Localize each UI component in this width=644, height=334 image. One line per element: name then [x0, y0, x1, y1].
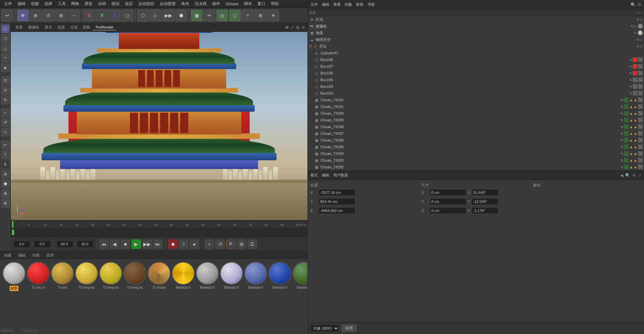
mat-swatch-5[interactable]: [123, 262, 146, 285]
render-active[interactable]: ▷: [150, 9, 162, 21]
mat-swatch-12[interactable]: [293, 262, 307, 285]
obj-row-box195[interactable]: ◻ Box195 ✎: [308, 76, 644, 83]
obj-menu-tag[interactable]: 标签: [356, 2, 363, 7]
mat-swatch-3[interactable]: [75, 262, 98, 285]
chuan286-edit[interactable]: ✎: [621, 138, 623, 142]
move-left[interactable]: ↔: [1, 108, 10, 117]
obj-row-box194[interactable]: ◻ Box194 ✎: [308, 83, 644, 90]
obj-row-box198[interactable]: ◻ Box198 ✎: [308, 56, 644, 63]
menu-mograph[interactable]: 运动图形: [157, 1, 179, 7]
axis-z-btn[interactable]: Z: [109, 9, 121, 21]
chuan291-edit[interactable]: ✎: [621, 105, 623, 109]
chuan287-edit[interactable]: ✎: [621, 132, 623, 135]
tiandan-vis-icon[interactable]: ✓: [640, 45, 643, 48]
frame-start-input[interactable]: [13, 240, 30, 248]
mat-tab-func[interactable]: 功能: [30, 252, 42, 259]
obj-menu-edit[interactable]: 编辑: [322, 2, 329, 7]
obj-menu-bookmark[interactable]: 书签: [367, 2, 375, 7]
attr-h-rot-input[interactable]: [472, 189, 499, 196]
coord-btn[interactable]: ◻: [121, 9, 134, 21]
camera-tool[interactable]: ⊗: [254, 9, 266, 21]
obj-row-box193[interactable]: ◻ Box193 ✎: [308, 90, 644, 97]
mat-item-9[interactable]: Material #: [220, 262, 243, 291]
edge-mode[interactable]: △: [1, 44, 10, 53]
spline-tool[interactable]: ◎: [216, 9, 228, 21]
obj-settings-icon[interactable]: ⚙: [638, 2, 641, 7]
mat-item-3[interactable]: Tt-heng lia: [75, 262, 98, 291]
select-loop[interactable]: ↻: [1, 96, 10, 104]
skip-end-btn[interactable]: ⏭: [153, 239, 162, 249]
paint[interactable]: ⬟: [1, 179, 10, 188]
vp-icon-settings[interactable]: ⚙: [296, 25, 300, 30]
attr-coord-select[interactable]: 对象 (相对): [310, 325, 339, 332]
obj-row-box196[interactable]: ◻ Box196 ✎: [308, 70, 644, 76]
timeline-track[interactable]: [11, 228, 307, 237]
attr-y-pos-input[interactable]: [318, 198, 355, 205]
vp-icon-close[interactable]: ✕: [301, 25, 305, 30]
mat-swatch-8[interactable]: [196, 262, 219, 285]
select-live[interactable]: ⊙: [1, 86, 10, 95]
obj-row-chuan282[interactable]: ▦ Chuan_7#282 ✎ ▲ ▲: [308, 164, 644, 170]
play-back-btn[interactable]: ◀: [110, 239, 119, 249]
select-tool[interactable]: ↔: [68, 9, 80, 21]
obj-menu-file[interactable]: 文件: [310, 2, 318, 7]
poly-draw[interactable]: ⌇: [1, 150, 10, 159]
scale-left[interactable]: ⤡: [1, 128, 10, 136]
undo-btn[interactable]: ↩: [1, 9, 13, 21]
attr-y-size-input[interactable]: [430, 198, 466, 205]
mat-item-1[interactable]: Tt-zhu zi: [27, 262, 50, 291]
menu-plugins[interactable]: 插件: [209, 1, 223, 7]
tiandan-expand-icon[interactable]: ▽: [309, 44, 312, 49]
magnet[interactable]: ⊛: [1, 170, 10, 178]
obj-row-tiandan[interactable]: ▽ ⬡ 天坛 ✎ ✓: [308, 43, 644, 50]
obj-row-chuan291[interactable]: ▦ Chuan_7#291 ✎ ▲ ▲: [308, 103, 644, 110]
camera-vis-icon[interactable]: ✓: [634, 24, 637, 28]
render-all[interactable]: ▶▶: [162, 9, 175, 21]
obj-menu-object[interactable]: 对象: [345, 2, 352, 7]
box197-edit[interactable]: ✎: [629, 65, 632, 68]
attr-apply-btn[interactable]: 应用: [342, 325, 356, 332]
mat-swatch-1[interactable]: [27, 262, 50, 285]
obj-row-chuan286[interactable]: ▦ Chuan_7#286 ✎ ▲ ▲: [308, 137, 644, 144]
chuan290-edit[interactable]: ✎: [621, 112, 623, 115]
attr-expand-icon[interactable]: ⤢: [638, 173, 641, 178]
mat-item-6[interactable]: Tt-chuan: [148, 262, 170, 291]
menu-simulate[interactable]: 模拟: [109, 1, 122, 7]
obj-search-icon[interactable]: 🔍: [631, 2, 636, 7]
attr-z-pos-input[interactable]: [318, 207, 355, 214]
pen-tool[interactable]: ✏: [203, 9, 215, 21]
tab-panel[interactable]: 面板: [80, 24, 93, 31]
mat-swatch-6[interactable]: [148, 262, 170, 285]
attr-search-icon[interactable]: 🔍: [625, 173, 630, 178]
tab-prorender[interactable]: ProRender: [93, 24, 116, 31]
attr-back-icon[interactable]: ◀: [620, 173, 623, 178]
frame-end-alt-input[interactable]: [77, 240, 94, 248]
chuan282-edit[interactable]: ✎: [621, 165, 623, 169]
rotate-left[interactable]: ↺: [1, 118, 10, 127]
obj-row-chuan284[interactable]: ▦ Chuan_7#284 ✎ ▲ ▲: [308, 150, 644, 157]
obj-row-chuan290[interactable]: ▦ Chuan_7#290 ✎ ▲ ▲: [308, 110, 644, 117]
uv-mode[interactable]: ◈: [1, 63, 10, 72]
menu-mesh[interactable]: 网格: [68, 1, 82, 7]
obj-row-chuan289[interactable]: ▦ Chuan_7#289 ✎ ▲ ▲: [308, 117, 644, 123]
obj-row-chuan287[interactable]: ▦ Chuan_7#287 ✎ ▲ ▲: [308, 130, 644, 137]
menu-file[interactable]: 文件: [1, 1, 15, 7]
camera-edit-icon[interactable]: ✎: [631, 24, 633, 28]
menu-window[interactable]: 窗口: [255, 1, 268, 7]
mat-item-12[interactable]: Material #: [293, 262, 307, 291]
light-vis-icon[interactable]: ✓: [640, 18, 643, 21]
box193-edit[interactable]: ✎: [629, 92, 632, 95]
obj-menu-view[interactable]: 查看: [333, 2, 341, 7]
menu-motion-track[interactable]: 运动跟踪: [136, 1, 157, 7]
sky-vis-icon[interactable]: ✓: [640, 38, 643, 42]
point-mode[interactable]: •: [1, 54, 10, 62]
attr-menu-user[interactable]: 用户数据: [333, 173, 348, 178]
obj-row-sky[interactable]: ☁ 物理天空 ✎ ✓: [308, 36, 644, 43]
timeline-ruler[interactable]: 0 5 10 15 20 25 30 35 40 45 50 55 60 65 …: [11, 221, 307, 228]
rotate-tool[interactable]: ↺: [42, 9, 54, 21]
menu-pose[interactable]: 摆姿: [82, 1, 95, 7]
attr-settings-icon[interactable]: ⚙: [632, 173, 636, 178]
menu-octane[interactable]: Octane: [223, 2, 241, 6]
mat-swatch-7[interactable]: [172, 262, 195, 285]
menu-help[interactable]: 帮助: [268, 1, 282, 7]
